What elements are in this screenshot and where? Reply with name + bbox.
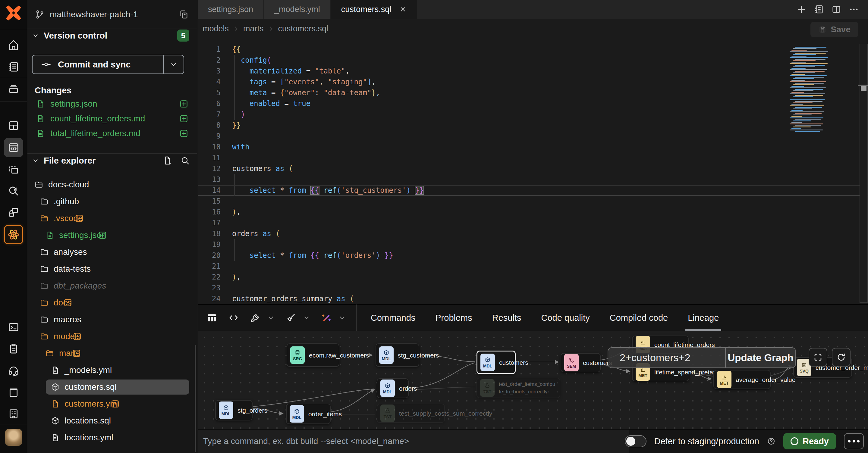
- minimap[interactable]: [789, 45, 834, 132]
- lineage-node-test_order_items[interactable]: TSTtest_order_items_compute_to_bools​_co…: [476, 378, 560, 398]
- rail-item-docs-book[interactable]: [4, 383, 23, 402]
- rail-item-windows[interactable]: [4, 203, 23, 222]
- panel-tab-results[interactable]: Results: [492, 304, 521, 331]
- panel-tool-compile-code[interactable]: [228, 312, 239, 323]
- rail-item-code-editor[interactable]: [4, 138, 23, 157]
- code-editor[interactable]: 1{{2 config(3 materialized = "table",4 t…: [198, 38, 868, 304]
- lineage-node-test_supply[interactable]: TSTtest_supply_costs_sum_correctly: [377, 403, 445, 423]
- rail-item-notebook[interactable]: [4, 57, 23, 76]
- rail-item-home[interactable]: [4, 36, 23, 55]
- refresh-graph-button[interactable]: [832, 348, 850, 366]
- panel-tab-commands[interactable]: Commands: [371, 304, 415, 331]
- stage-file-icon[interactable]: [179, 129, 189, 138]
- tree-item-docs[interactable]: docs: [27, 295, 197, 310]
- git-branch-row[interactable]: matthewshaver-patch-1: [27, 0, 197, 29]
- status-ready-badge[interactable]: Ready: [783, 433, 836, 449]
- panel-tab-lineage[interactable]: Lineage: [688, 304, 719, 331]
- tree-item-docs-cloud[interactable]: docs-cloud: [27, 177, 197, 192]
- rail-item-headset[interactable]: [4, 361, 23, 380]
- help-icon[interactable]: [767, 437, 775, 446]
- tree-item--vscode[interactable]: .vscode: [27, 211, 197, 226]
- panel-tab-code-quality[interactable]: Code quality: [541, 304, 590, 331]
- sidebar-scrollbar[interactable]: [195, 345, 196, 452]
- panel-tab-compiled-code[interactable]: Compiled code: [610, 304, 668, 331]
- tree-item-data-tests[interactable]: data-tests: [27, 261, 197, 277]
- tree-item-dbt-packages[interactable]: dbt_packages: [27, 278, 197, 293]
- rail-item-terminal[interactable]: [4, 318, 23, 337]
- lineage-node-orders[interactable]: MDLorders: [377, 378, 409, 398]
- rail-item-frame-select[interactable]: [4, 160, 23, 180]
- panel-tab-problems[interactable]: Problems: [435, 304, 472, 331]
- command-input[interactable]: Type a command, ex. dbt build --select <…: [198, 429, 629, 453]
- notebook-panel-icon[interactable]: [814, 4, 824, 14]
- rail-item-organization[interactable]: [4, 404, 23, 423]
- tree-item-models[interactable]: models: [27, 329, 197, 344]
- tree-item-settings-json[interactable]: settings.json: [27, 228, 197, 243]
- save-button[interactable]: Save: [810, 22, 858, 37]
- split-editor-icon[interactable]: [831, 4, 841, 14]
- rail-item-clipboard[interactable]: [4, 339, 23, 358]
- defer-toggle[interactable]: [625, 435, 647, 447]
- panel-tool-build-wrench[interactable]: [250, 312, 261, 323]
- user-avatar[interactable]: [5, 429, 22, 446]
- tab-customers-sql[interactable]: customers.sql: [331, 0, 417, 19]
- new-file-icon[interactable]: [163, 156, 173, 165]
- lineage-node-ecom_raw_customers[interactable]: SRCecom.raw_customers: [287, 343, 339, 367]
- changed-file-row[interactable]: count_lifetime_orders.md: [27, 111, 197, 126]
- tree-item--github[interactable]: .github: [27, 194, 197, 209]
- panel-tool-copilot-wand[interactable]: [321, 312, 332, 323]
- folder-open-icon: [40, 214, 49, 223]
- lineage-node-order_items[interactable]: MDLorder_items: [286, 403, 331, 424]
- copy-branch-icon[interactable]: [179, 9, 189, 20]
- scrollbar-handle[interactable]: [861, 86, 867, 91]
- ready-label: Ready: [803, 436, 829, 446]
- stage-file-icon[interactable]: [179, 114, 189, 124]
- close-tab-icon[interactable]: [399, 5, 407, 13]
- lineage-node-customers_semantic[interactable]: SEMcustomers: [561, 353, 601, 372]
- tab--models-yml[interactable]: _models.yml: [264, 0, 331, 19]
- lineage-node-stg_orders[interactable]: MDLstg_orders: [215, 400, 253, 420]
- lineage-node-stg_customers[interactable]: MDLstg_customers: [375, 343, 419, 367]
- tree-item-macros[interactable]: macros: [27, 312, 197, 327]
- rail-item-search-insights[interactable]: [4, 181, 23, 201]
- commit-and-sync-button[interactable]: Commit and sync: [32, 55, 184, 74]
- panel-tool-copilot-wand-chevron[interactable]: [338, 314, 346, 322]
- tree-item-customers-sql[interactable]: customers.sql: [27, 380, 197, 395]
- dbt-logo-icon[interactable]: [5, 4, 22, 22]
- tree-item-locations-sql[interactable]: locations.sql: [27, 413, 197, 428]
- lineage-node-average_order_value[interactable]: METaverage_order_value: [713, 370, 771, 389]
- panel-tool-preview-table[interactable]: [206, 312, 218, 323]
- rail-item-copilot[interactable]: [4, 225, 23, 244]
- new-tab-icon[interactable]: [796, 4, 807, 14]
- breadcrumb-segment[interactable]: marts: [243, 24, 264, 33]
- tab-settings-json[interactable]: settings.json: [198, 0, 264, 19]
- rail-item-dashboard[interactable]: [4, 116, 23, 135]
- breadcrumb-segment[interactable]: customers.sql: [278, 24, 329, 33]
- breadcrumb-segment[interactable]: models: [203, 24, 229, 33]
- lineage-canvas[interactable]: SRCecom.raw_customersMDLstg_customersMDL…: [198, 331, 868, 429]
- more-options-icon[interactable]: [849, 4, 859, 14]
- node-type-MET-icon: MET: [717, 371, 732, 388]
- tree-item-marts[interactable]: marts: [27, 346, 197, 361]
- changed-file-row[interactable]: settings.json: [27, 97, 197, 111]
- status-more-button[interactable]: [844, 433, 864, 449]
- stage-file-icon[interactable]: [179, 99, 189, 109]
- tree-item-analyses[interactable]: analyses: [27, 245, 197, 260]
- rail-item-inbox[interactable]: [4, 79, 23, 98]
- fullscreen-button[interactable]: [809, 348, 827, 366]
- panel-tool-lint-broom[interactable]: [285, 312, 297, 323]
- status-bar: Type a command, ex. dbt build --select <…: [198, 429, 868, 453]
- tree-item-locations-yml[interactable]: locations.yml: [27, 430, 197, 445]
- commit-options-button[interactable]: [163, 56, 184, 73]
- changed-file-row[interactable]: total_lifetime_orders.md: [27, 126, 197, 141]
- lineage-search-input[interactable]: 2+customers+2: [608, 348, 725, 367]
- search-files-icon[interactable]: [180, 156, 190, 165]
- editor-scrollbar[interactable]: [860, 44, 868, 303]
- lineage-node-customers_model[interactable]: MDLcustomers: [476, 351, 516, 374]
- tree-item--models-yml[interactable]: _models.yml: [27, 363, 197, 378]
- panel-tool-lint-broom-chevron[interactable]: [303, 314, 310, 322]
- version-control-header[interactable]: Version control 5: [27, 29, 197, 42]
- tree-item-customers-yml[interactable]: customers.yml: [27, 396, 197, 412]
- panel-tool-build-wrench-chevron[interactable]: [267, 314, 275, 322]
- update-graph-button[interactable]: Update Graph: [725, 348, 795, 367]
